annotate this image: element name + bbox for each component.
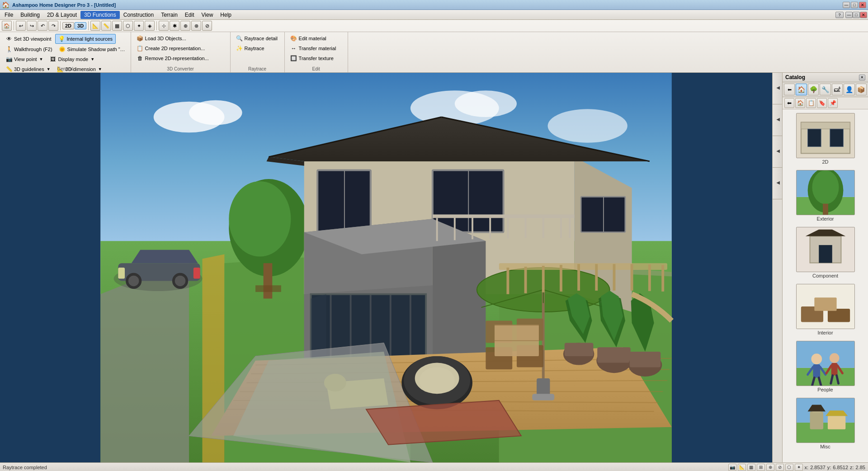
tool-4[interactable]: ⬡ xyxy=(123,21,133,31)
catalog-item-component[interactable]: Component xyxy=(784,225,866,280)
tool-8[interactable]: ✱ xyxy=(170,21,179,31)
shadow-icon: 🌞 xyxy=(59,46,66,53)
y-value: 6.8512 xyxy=(833,465,848,470)
catalog-icon-5[interactable]: 📌 xyxy=(828,98,838,108)
general-row3: 📷 View point ▼ 🖼 Display mode ▼ xyxy=(3,55,128,64)
side-tab-2[interactable]: ▶ xyxy=(773,104,783,136)
titlebar: 🏠 Ashampoo Home Designer Pro 3 - [Untitl… xyxy=(0,0,868,10)
catalog-component-tab[interactable]: 🔧 xyxy=(820,84,830,95)
catalog-icon-4[interactable]: 🔖 xyxy=(817,98,827,108)
toolbar-edit-section: 🎨 Edit material ↔ Transfer material 🔲 Tr… xyxy=(285,32,348,72)
inner-minimize-button[interactable]: — xyxy=(845,12,853,18)
tool-1[interactable]: 📐 xyxy=(90,21,100,31)
catalog-exterior-tab[interactable]: 🌳 xyxy=(808,84,819,95)
catalog-back-tab[interactable]: ⬅ xyxy=(784,84,795,95)
status-icon-2[interactable]: 📐 xyxy=(738,464,746,471)
status-icon-8[interactable]: ✦ xyxy=(795,464,803,471)
catalog-icon-2[interactable]: 🏠 xyxy=(795,98,805,108)
display-mode-button[interactable]: 🖼 Display mode ▼ xyxy=(47,55,97,64)
catalog-icon-3[interactable]: 📋 xyxy=(806,98,816,108)
viewport[interactable] xyxy=(0,73,772,462)
svg-rect-71 xyxy=(532,394,554,400)
catalog-item-misc[interactable]: Misc xyxy=(784,396,866,451)
load-3d-button[interactable]: 📦 Load 3D Objects... xyxy=(134,34,227,43)
undo-button[interactable]: ↩ xyxy=(16,21,26,31)
menu-file[interactable]: File xyxy=(1,11,17,19)
redo-button[interactable]: ↪ xyxy=(27,21,37,31)
undo2-button[interactable]: ↶ xyxy=(38,21,47,31)
load3d-icon: 📦 xyxy=(137,35,144,42)
menu-view[interactable]: View xyxy=(198,11,217,19)
menu-building[interactable]: Building xyxy=(17,11,43,19)
catalog-icon-1[interactable]: ⬅ xyxy=(784,98,794,108)
catalog-item-interior[interactable]: Interior xyxy=(784,282,866,337)
tool-9[interactable]: ⊕ xyxy=(180,21,190,31)
menu-2d-layout[interactable]: 2D & Layout xyxy=(43,11,80,19)
general-label: General xyxy=(0,66,131,71)
help-button[interactable]: ? xyxy=(835,12,844,18)
view-3d-button[interactable]: 3D xyxy=(75,22,86,29)
menu-construction[interactable]: Construction xyxy=(120,11,157,19)
tool-2[interactable]: 📏 xyxy=(101,21,111,31)
catalog-items: 2D Exterior xyxy=(783,109,868,462)
inner-close-button[interactable]: ✕ xyxy=(860,12,867,18)
create-2d-button[interactable]: 📋 Create 2D representation... xyxy=(134,44,227,53)
minimize-button[interactable]: — xyxy=(843,2,850,8)
tool-6[interactable]: ◈ xyxy=(145,21,155,31)
menu-3d-functions[interactable]: 3D Functions xyxy=(80,11,120,19)
status-icon-1[interactable]: 📷 xyxy=(728,464,736,471)
menu-edit[interactable]: Edit xyxy=(181,11,198,19)
menu-terrain[interactable]: Terrain xyxy=(157,11,181,19)
shadow-path-button[interactable]: 🌞 Simulate Shadow path "… xyxy=(56,45,128,54)
side-tab-4[interactable]: ▶ xyxy=(773,168,783,199)
inner-maximize-button[interactable]: □ xyxy=(853,12,860,18)
close-button[interactable]: ✕ xyxy=(859,2,866,8)
menu-help[interactable]: Help xyxy=(217,11,235,19)
catalog-img-interior xyxy=(796,284,855,329)
remove-2d-button[interactable]: 🗑 Remove 2D-representation... xyxy=(134,54,227,63)
redo2-button[interactable]: ↷ xyxy=(48,21,58,31)
edit-buttons: 🎨 Edit material ↔ Transfer material 🔲 Tr… xyxy=(288,34,345,71)
viewpoint-dropdown-button[interactable]: 📷 View point ▼ xyxy=(3,55,46,64)
status-icon-6[interactable]: ⊘ xyxy=(776,464,784,471)
tool-3[interactable]: ▦ xyxy=(112,21,122,31)
catalog-misc-tab[interactable]: 📦 xyxy=(856,84,867,95)
statusbar-coords: 📷 📐 ▦ ⊞ ⊕ ⊘ ⬡ ✦ x: 2.8537 y: 6.8512 z: 2… xyxy=(728,464,865,471)
status-icon-5[interactable]: ⊕ xyxy=(766,464,774,471)
tool-5[interactable]: ✦ xyxy=(134,21,144,31)
svg-rect-94 xyxy=(630,352,661,367)
catalog-item-2d[interactable]: 2D xyxy=(784,111,866,166)
separator2 xyxy=(60,21,61,30)
edit-material-button[interactable]: 🎨 Edit material xyxy=(288,34,345,43)
svg-rect-152 xyxy=(810,411,823,429)
svg-rect-20 xyxy=(193,268,200,278)
status-icon-3[interactable]: ▦ xyxy=(747,464,755,471)
x-value: 2.8537 xyxy=(810,465,826,470)
internal-lights-button[interactable]: 💡 Internal light sources xyxy=(55,34,116,44)
tool-10[interactable]: ⊗ xyxy=(191,21,201,31)
catalog-close-btn[interactable]: ✕ xyxy=(859,75,865,80)
tool-7[interactable]: ⊹ xyxy=(159,21,169,31)
status-icon-4[interactable]: ⊞ xyxy=(757,464,765,471)
transfer-material-button[interactable]: ↔ Transfer material xyxy=(288,44,345,53)
home-button[interactable]: 🏠 xyxy=(2,21,12,31)
svg-rect-14 xyxy=(264,263,273,298)
tool-11[interactable]: ⊘ xyxy=(202,21,212,31)
view-2d-button[interactable]: 2D xyxy=(62,22,74,29)
catalog-item-people[interactable]: People xyxy=(784,339,866,394)
right-panel-wrapper: ▶ ▶ ▶ ▶ Catalog ✕ ⬅ 🏠 xyxy=(772,73,868,462)
transfer-texture-button[interactable]: 🔲 Transfer texture xyxy=(288,54,345,63)
catalog-people-tab[interactable]: 👤 xyxy=(844,84,854,95)
svg-rect-150 xyxy=(797,423,854,443)
side-tab-1[interactable]: ▶ xyxy=(773,73,783,104)
side-tab-3[interactable]: ▶ xyxy=(773,136,783,168)
catalog-interior-tab[interactable]: 🛋 xyxy=(832,84,843,95)
walkthrough-button[interactable]: 🚶 Walkthrough (F2) xyxy=(3,45,55,54)
status-icon-7[interactable]: ⬡ xyxy=(785,464,793,471)
set-3d-viewpoint-button[interactable]: 👁 Set 3D viewpoint xyxy=(3,34,54,44)
raytrace-button[interactable]: ✨ Raytrace xyxy=(233,44,282,53)
maximize-button[interactable]: □ xyxy=(851,2,858,8)
catalog-item-exterior[interactable]: Exterior xyxy=(784,168,866,223)
raytrace-detail-button[interactable]: 🔍 Raytrace detail xyxy=(233,34,282,43)
catalog-2d-tab[interactable]: 🏠 xyxy=(796,84,807,95)
